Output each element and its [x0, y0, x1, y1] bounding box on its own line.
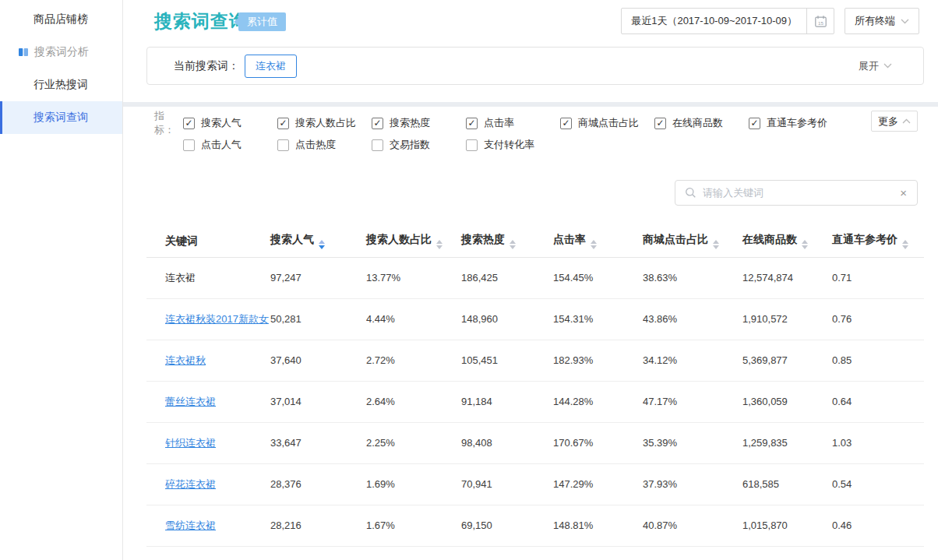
column-header[interactable]: 直通车参考价 — [832, 226, 924, 257]
column-header[interactable]: 点击率 — [553, 226, 643, 257]
metric-value-cell: 50,281 — [270, 298, 366, 340]
metric-value-cell: 2.64% — [366, 381, 461, 422]
sort-icon[interactable] — [902, 240, 908, 249]
metric-checkbox-item[interactable]: ✓商城点击占比 — [560, 116, 654, 130]
metric-label: 搜索人气 — [201, 116, 242, 130]
checkbox-checked-icon[interactable]: ✓ — [466, 118, 478, 129]
metric-checkbox-item[interactable]: ✓搜索热度 — [372, 116, 466, 130]
terminal-dropdown[interactable]: 所有终端 — [845, 8, 919, 34]
column-header[interactable]: 搜索人数占比 — [366, 226, 461, 257]
metric-label: 搜索人数占比 — [295, 116, 356, 130]
keyword-cell: 碎花连衣裙 — [146, 463, 270, 505]
metric-value-cell: 69,150 — [461, 505, 553, 546]
column-header[interactable]: 在线商品数 — [742, 226, 832, 257]
sort-icon[interactable] — [802, 240, 808, 249]
metric-value-cell: 618,585 — [742, 463, 832, 505]
keyword-link[interactable]: 连衣裙秋 — [165, 354, 206, 366]
expand-toggle[interactable]: 展开 — [859, 59, 892, 73]
metric-checkbox-item[interactable]: 点击人气 — [183, 138, 277, 152]
column-header-label: 直通车参考价 — [832, 233, 897, 245]
keyword-table-wrap: 关键词搜索人气搜索人数占比搜索热度点击率商城点击占比在线商品数直通车参考价 连衣… — [146, 226, 924, 547]
metric-label: 点击人气 — [201, 138, 242, 152]
checkbox-unchecked-icon[interactable] — [466, 139, 478, 151]
app: 商品店铺榜 搜索词分析 行业热搜词 搜索词查询 搜索词查询 累计值 最近1天（2… — [0, 0, 938, 560]
column-header-label: 关键词 — [165, 234, 198, 247]
keyword-link[interactable]: 碎花连衣裙 — [165, 478, 216, 490]
checkbox-unchecked-icon[interactable] — [183, 139, 195, 151]
current-search-term-chip[interactable]: 连衣裙 — [245, 55, 297, 78]
keyword-cell: 连衣裙 — [146, 257, 270, 298]
sidebar-item-search-word-analysis[interactable]: 搜索词分析 — [0, 36, 122, 69]
column-header[interactable]: 商城点击占比 — [643, 226, 742, 257]
metric-checkbox-item[interactable]: ✓点击率 — [466, 116, 560, 130]
expand-label: 展开 — [859, 59, 879, 73]
sort-icon[interactable] — [713, 240, 719, 249]
metric-checkbox-item[interactable]: 交易指数 — [372, 138, 466, 152]
checkbox-checked-icon[interactable]: ✓ — [183, 118, 195, 129]
keyword-cell: 连衣裙秋装2017新款女 — [146, 298, 270, 340]
section-divider — [123, 102, 938, 107]
metric-label: 搜索热度 — [390, 116, 430, 130]
checkbox-checked-icon[interactable]: ✓ — [654, 118, 666, 129]
chevron-down-icon — [883, 63, 892, 69]
column-header-label: 点击率 — [553, 233, 586, 245]
sort-icon[interactable] — [591, 240, 597, 249]
column-header[interactable]: 搜索热度 — [461, 226, 553, 257]
metric-value-cell: 1.69% — [366, 463, 461, 505]
metric-value-cell: 0.46 — [832, 505, 924, 546]
metrics-label: 指标： — [154, 109, 183, 137]
sidebar-item-search-word-query[interactable]: 搜索词查询 — [0, 101, 122, 134]
metric-checkbox-item[interactable]: 支付转化率 — [466, 138, 560, 152]
sidebar-item-label: 搜索词分析 — [34, 45, 89, 59]
svg-text:15: 15 — [818, 19, 823, 25]
metrics-row-1: ✓搜索人气✓搜索人数占比✓搜索热度✓点击率✓商城点击占比✓在线商品数✓直通车参考… — [183, 116, 843, 130]
metric-value-cell: 33,647 — [270, 422, 366, 463]
keyword-link[interactable]: 蕾丝连衣裙 — [165, 396, 216, 407]
keyword-link[interactable]: 雪纺连衣裙 — [165, 519, 216, 531]
metric-checkbox-item[interactable]: ✓搜索人气 — [183, 116, 277, 130]
table-row: 碎花连衣裙28,3761.69%70,941147.29%37.93%618,5… — [146, 463, 924, 505]
keyword-text: 连衣裙 — [165, 272, 196, 284]
sort-icon[interactable] — [436, 240, 443, 249]
table-header-row: 关键词搜索人气搜索人数占比搜索热度点击率商城点击占比在线商品数直通车参考价 — [146, 226, 924, 257]
more-button[interactable]: 更多 — [871, 111, 918, 132]
calendar-icon[interactable]: 15 — [806, 9, 834, 33]
sort-icon[interactable] — [510, 240, 516, 249]
metric-value-cell: 4.44% — [366, 298, 461, 340]
cumulative-value-badge: 累计值 — [238, 12, 286, 31]
column-header-label: 在线商品数 — [742, 233, 797, 245]
analysis-icon — [18, 47, 29, 58]
metric-value-cell: 28,216 — [270, 505, 366, 546]
metric-value-cell: 154.31% — [553, 298, 643, 340]
metric-checkbox-item[interactable]: ✓直通车参考价 — [749, 116, 843, 130]
metric-value-cell: 1.03 — [832, 422, 924, 463]
metric-value-cell: 70,941 — [461, 463, 553, 505]
metric-value-cell: 0.54 — [832, 463, 924, 505]
checkbox-checked-icon[interactable]: ✓ — [372, 118, 383, 129]
checkbox-checked-icon[interactable]: ✓ — [560, 118, 572, 129]
table-row: 雪纺连衣裙28,2161.67%69,150148.81%40.87%1,015… — [146, 505, 924, 546]
metric-checkbox-item[interactable]: ✓搜索人数占比 — [277, 116, 372, 130]
metric-checkbox-item[interactable]: 点击热度 — [277, 138, 372, 152]
keyword-link[interactable]: 针织连衣裙 — [165, 437, 216, 449]
sort-icon[interactable] — [319, 240, 325, 249]
metric-value-cell: 144.28% — [553, 381, 643, 422]
checkbox-checked-icon[interactable]: ✓ — [277, 118, 289, 129]
metric-value-cell: 43.86% — [643, 298, 742, 340]
metric-value-cell: 2.72% — [366, 340, 461, 381]
checkbox-unchecked-icon[interactable] — [372, 139, 383, 151]
clear-icon[interactable]: × — [900, 187, 907, 199]
keyword-search-input[interactable] — [696, 187, 900, 199]
sidebar-item-industry-hot-words[interactable]: 行业热搜词 — [0, 69, 122, 101]
checkbox-unchecked-icon[interactable] — [277, 139, 289, 151]
column-header[interactable]: 搜索人气 — [270, 226, 366, 257]
metric-value-cell: 12,574,874 — [742, 257, 832, 298]
metric-checkbox-item[interactable]: ✓在线商品数 — [654, 116, 749, 130]
table-row: 针织连衣裙33,6472.25%98,408170.67%35.39%1,259… — [146, 422, 924, 463]
keyword-cell: 针织连衣裙 — [146, 422, 270, 463]
column-header-label: 搜索人数占比 — [366, 233, 432, 245]
date-range-picker[interactable]: 最近1天（2017-10-09~2017-10-09） 15 — [621, 8, 834, 34]
checkbox-checked-icon[interactable]: ✓ — [749, 118, 760, 129]
keyword-link[interactable]: 连衣裙秋装2017新款女 — [165, 313, 269, 325]
sidebar-item-product-shop-rank[interactable]: 商品店铺榜 — [0, 3, 122, 36]
